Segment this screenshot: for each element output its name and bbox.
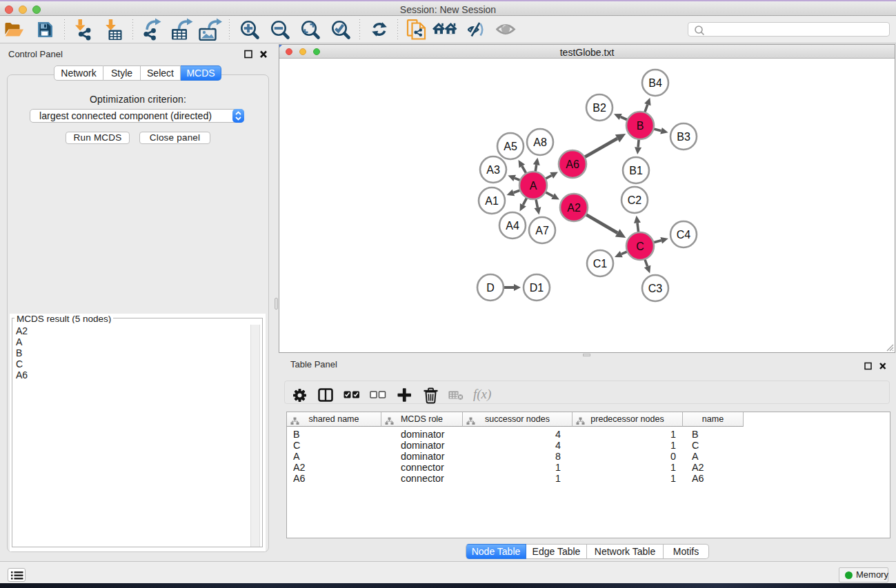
svg-text:B: B — [637, 120, 644, 132]
svg-text:C2: C2 — [628, 194, 642, 206]
svg-text:A7: A7 — [535, 225, 549, 236]
svg-text:C3: C3 — [648, 283, 663, 294]
svg-text:C1: C1 — [593, 258, 608, 270]
svg-text:A4: A4 — [506, 220, 519, 232]
svg-text:A8: A8 — [533, 136, 547, 148]
svg-text:A2: A2 — [567, 202, 581, 214]
svg-text:A: A — [530, 180, 537, 192]
svg-text:A3: A3 — [486, 164, 500, 176]
svg-text:B3: B3 — [677, 131, 690, 143]
svg-text:A1: A1 — [485, 195, 499, 207]
svg-text:B1: B1 — [629, 165, 643, 176]
svg-text:A6: A6 — [566, 159, 579, 170]
svg-text:D1: D1 — [530, 282, 544, 294]
svg-text:C4: C4 — [677, 229, 691, 241]
svg-text:A5: A5 — [504, 141, 517, 152]
svg-text:B2: B2 — [593, 102, 606, 114]
svg-text:B4: B4 — [648, 77, 662, 89]
svg-text:C: C — [636, 241, 644, 252]
svg-text:D: D — [486, 282, 495, 294]
